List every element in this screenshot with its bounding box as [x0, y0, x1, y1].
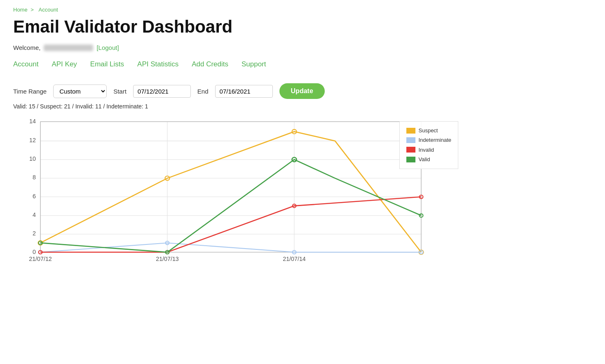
breadcrumb: Home > Account	[13, 7, 592, 13]
svg-text:10: 10	[29, 155, 36, 162]
legend-suspect: Suspect	[406, 126, 452, 135]
nav-account[interactable]: Account	[13, 60, 38, 70]
nav-api-statistics[interactable]: API Statistics	[137, 60, 178, 70]
svg-text:4: 4	[33, 212, 36, 218]
legend-invalid: Invalid	[406, 145, 452, 155]
legend-invalid-label: Invalid	[419, 145, 434, 155]
nav-email-lists[interactable]: Email Lists	[90, 60, 124, 70]
end-date-input[interactable]	[215, 85, 273, 98]
legend-indeterminate: Indeterminate	[406, 135, 452, 145]
main-nav: Account API Key Email Lists API Statisti…	[13, 60, 592, 70]
svg-text:6: 6	[33, 193, 36, 200]
legend-indet-color	[406, 137, 415, 143]
nav-api-key[interactable]: API Key	[52, 60, 77, 70]
valid-line	[40, 160, 421, 252]
start-date-input[interactable]	[133, 85, 191, 98]
svg-text:8: 8	[33, 174, 36, 181]
svg-text:12: 12	[29, 137, 36, 143]
filter-controls: Time Range Custom Last 7 Days Last 30 Da…	[13, 83, 592, 99]
chart-svg: .grid-line { stroke: #e0e0e0; stroke-wid…	[13, 113, 467, 270]
start-label: Start	[113, 88, 127, 95]
breadcrumb-separator: >	[30, 7, 34, 13]
svg-rect-12	[40, 122, 421, 252]
time-range-select[interactable]: Custom Last 7 Days Last 30 Days This Mon…	[53, 85, 107, 98]
svg-text:0: 0	[33, 249, 36, 255]
welcome-line: Welcome, [Logout]	[13, 44, 592, 51]
line-chart: .grid-line { stroke: #e0e0e0; stroke-wid…	[13, 113, 467, 270]
legend-suspect-color	[406, 128, 415, 134]
logout-link[interactable]: [Logout]	[96, 44, 119, 51]
welcome-username	[44, 45, 93, 51]
legend-valid: Valid	[406, 155, 452, 164]
svg-text:21/07/13: 21/07/13	[156, 256, 179, 262]
svg-text:14: 14	[29, 118, 36, 125]
legend-invalid-color	[406, 147, 415, 153]
legend-valid-color	[406, 157, 415, 162]
svg-text:21/07/14: 21/07/14	[283, 256, 306, 262]
welcome-prefix: Welcome,	[13, 44, 40, 51]
nav-support[interactable]: Support	[242, 60, 266, 70]
svg-text:21/07/12: 21/07/12	[29, 256, 52, 262]
invalid-line	[40, 197, 421, 252]
breadcrumb-home[interactable]: Home	[13, 7, 28, 13]
update-button[interactable]: Update	[279, 83, 325, 99]
nav-add-credits[interactable]: Add Credits	[192, 60, 228, 70]
breadcrumb-current: Account	[39, 7, 58, 13]
legend-suspect-label: Suspect	[419, 126, 438, 135]
page-title: Email Validator Dashboard	[13, 17, 592, 37]
legend-valid-label: Valid	[419, 155, 430, 164]
end-label: End	[197, 88, 209, 95]
svg-text:2: 2	[33, 230, 36, 237]
chart-legend: Suspect Indeterminate Invalid Valid	[399, 121, 459, 169]
stats-summary: Valid: 15 / Suspect: 21 / Invalid: 11 / …	[13, 103, 592, 110]
legend-indet-label: Indeterminate	[419, 135, 452, 145]
time-range-label: Time Range	[13, 88, 47, 95]
